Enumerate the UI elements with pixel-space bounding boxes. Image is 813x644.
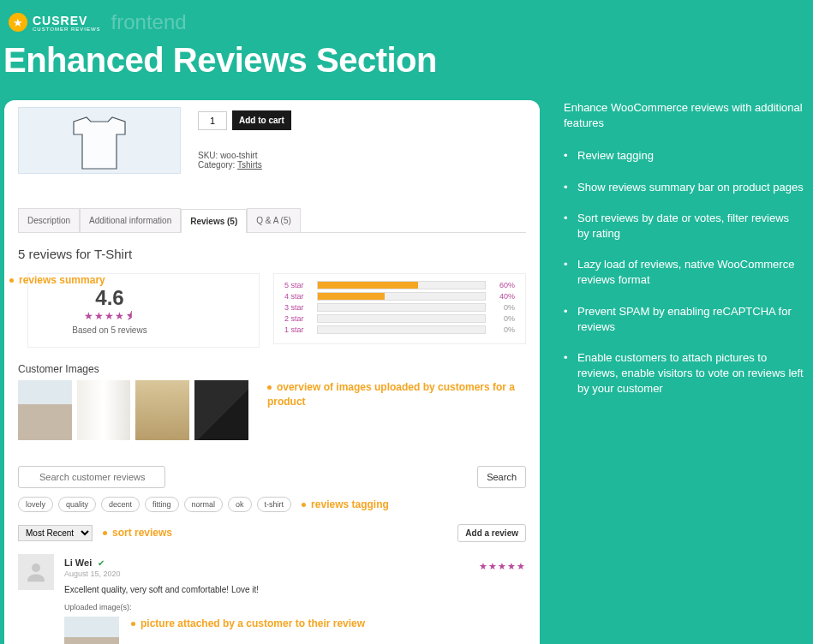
bar-label[interactable]: 3 star <box>284 303 312 312</box>
avatar <box>18 554 54 590</box>
quantity-input[interactable] <box>198 111 227 130</box>
add-to-cart-button[interactable]: Add to cart <box>232 110 291 130</box>
category-link[interactable]: Tshirts <box>237 160 262 170</box>
images-annotation: overview of images uploaded by customers… <box>267 380 526 409</box>
logo-icon: ★ <box>9 13 27 32</box>
sidebar-lead: Enhance WooCommerce reviews with additio… <box>564 100 804 131</box>
feature-sidebar: Enhance WooCommerce reviews with additio… <box>564 100 804 412</box>
feature-item: Review tagging <box>564 148 804 164</box>
summary-annotation: reviews summary <box>9 273 105 288</box>
tag[interactable]: decent <box>101 497 140 512</box>
feature-item: Show reviews summary bar on product page… <box>564 180 804 195</box>
reviews-heading: 5 reviews for T-Shirt <box>18 247 526 261</box>
tag[interactable]: fitting <box>145 497 179 512</box>
customer-image-thumb[interactable] <box>194 380 248 440</box>
tags-row: lovely quality decent fitting normal ok … <box>18 497 526 512</box>
sku-line: SKU: woo-tshirt <box>198 151 526 160</box>
based-on: Based on 5 reviews <box>35 325 184 335</box>
bar-label[interactable]: 1 star <box>284 325 312 334</box>
review-text: Excellent quality, very soft and comfort… <box>64 585 526 594</box>
verified-icon: ✔ <box>98 558 105 568</box>
sort-annotation: sort reviews <box>103 526 172 540</box>
feature-item: Prevent SPAM by enabling reCAPTCHA for r… <box>564 304 804 335</box>
svg-point-0 <box>32 564 40 572</box>
tabs: Description Additional information Revie… <box>18 208 526 233</box>
customer-images-heading: Customer Images <box>18 363 526 375</box>
tag[interactable]: lovely <box>18 497 53 512</box>
sku-value: woo-tshirt <box>220 151 257 160</box>
tag[interactable]: ok <box>228 497 252 512</box>
bar-pct: 0% <box>491 314 515 323</box>
feature-item: Sort reviews by date or votes, filter re… <box>564 211 804 242</box>
bar-pct: 60% <box>491 281 515 289</box>
customer-image-thumb[interactable] <box>135 380 189 440</box>
tab-qa[interactable]: Q & A (5) <box>247 208 301 232</box>
feature-item: Lazy load of reviews, native WooCommerce… <box>564 257 804 288</box>
category-label: Category: <box>198 160 235 170</box>
tab-reviews[interactable]: Reviews (5) <box>181 209 247 233</box>
attached-annotation: picture attached by a customer to their … <box>131 617 365 631</box>
customer-image-thumb[interactable] <box>18 380 72 440</box>
tag[interactable]: t-shirt <box>257 497 292 512</box>
product-image <box>18 107 181 174</box>
tags-annotation: reviews tagging <box>302 498 389 512</box>
logo-subtext: CUSTOMER REVIEWS <box>33 27 101 32</box>
review-date: August 15, 2020 <box>64 569 121 578</box>
sku-label: SKU: <box>198 151 218 160</box>
review-item: Li Wei ✔ August 15, 2020 ★★★★★ Excellent… <box>18 554 526 644</box>
screenshot-preview: Add to cart SKU: woo-tshirt Category: Ts… <box>4 100 540 644</box>
bar-pct: 0% <box>491 325 515 334</box>
rating-bars: 5 star60% 4 star40% 3 star0% 2 star0% 1 … <box>273 273 526 344</box>
bar-pct: 0% <box>491 303 515 312</box>
tab-description[interactable]: Description <box>18 208 80 232</box>
search-input[interactable] <box>18 466 165 488</box>
bar-label[interactable]: 5 star <box>284 281 312 289</box>
rating-value: 4.6 <box>35 286 184 310</box>
bar-label[interactable]: 4 star <box>284 292 312 301</box>
review-stars-icon: ★★★★★ <box>479 561 526 572</box>
tag[interactable]: normal <box>184 497 224 512</box>
category-line: Category: Tshirts <box>198 160 526 170</box>
bar-label[interactable]: 2 star <box>284 314 312 323</box>
logo-text: CUSREV <box>33 14 87 27</box>
bar-pct: 40% <box>491 292 515 301</box>
header: ★ CUSREV CUSTOMER REVIEWS frontend <box>0 10 813 34</box>
customer-image-thumb[interactable] <box>77 380 131 440</box>
search-button[interactable]: Search <box>477 466 526 488</box>
reviewer-name: Li Wei <box>64 558 92 568</box>
add-review-button[interactable]: Add a review <box>457 524 526 542</box>
rating-stars-icon: ★★★★⯨ <box>35 310 184 322</box>
tag[interactable]: quality <box>58 497 96 512</box>
logo: ★ CUSREV CUSTOMER REVIEWS <box>9 13 101 32</box>
uploaded-label: Uploaded image(s): <box>64 603 526 611</box>
attached-image[interactable] <box>64 617 119 644</box>
page-title: Enhanced Reviews Section <box>0 34 813 100</box>
sort-select[interactable]: Most Recent <box>18 525 93 541</box>
tab-additional-info[interactable]: Additional information <box>80 208 181 232</box>
feature-item: Enable customers to attach pictures to r… <box>564 350 804 397</box>
breadcrumb: frontend <box>111 10 187 34</box>
